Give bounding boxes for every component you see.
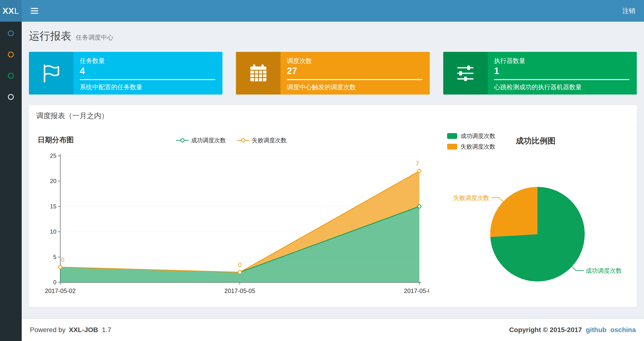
product-version: 1.7 (102, 326, 111, 333)
pie-legend-item[interactable]: 成功调度次数 (447, 132, 495, 140)
hamburger-icon (31, 8, 38, 9)
info-box-jobs: 任务数量 4 系统中配置的任务数量 (29, 52, 222, 95)
info-box-number: 4 (80, 66, 215, 76)
svg-text:0: 0 (53, 279, 56, 285)
info-box-number: 1 (494, 66, 630, 76)
copyright-text: Copyright © 2015-2017 (509, 326, 582, 334)
sidebar-item-4[interactable] (0, 86, 22, 108)
logo-text-bold: XX (2, 6, 14, 16)
info-box-description: 心跳检测成功的执行器机器数量 (494, 83, 630, 91)
sidebar-item-2[interactable] (0, 44, 22, 65)
svg-text:0: 0 (61, 256, 64, 263)
info-box-description: 系统中配置的任务数量 (80, 83, 215, 91)
info-box-executors: 执行器数量 1 心跳检测成功的执行器机器数量 (443, 52, 637, 95)
svg-text:25: 25 (50, 152, 56, 159)
logo-text-light: L (14, 6, 19, 16)
legend-swatch-icon (447, 133, 457, 139)
top-navbar: XXL 注销 (0, 0, 644, 22)
info-box-progress-bar (494, 79, 630, 80)
info-box-triggers: 调度次数 27 调度中心触发的调度次数 (236, 52, 430, 95)
sidebar-item-3[interactable] (0, 65, 22, 86)
legend-item-fail[interactable]: 失败调度次数 (237, 137, 286, 144)
svg-text:成功调度次数: 成功调度次数 (586, 267, 622, 274)
info-box-title: 任务数量 (80, 57, 215, 65)
info-box-content: 执行器数量 1 心跳检测成功的执行器机器数量 (488, 52, 637, 95)
sidebar-item-1[interactable] (0, 23, 22, 44)
area-chart-title: 日期分布图 (38, 135, 74, 145)
legend-label: 成功调度次数 (191, 137, 226, 144)
info-box-description: 调度中心触发的调度次数 (287, 83, 422, 91)
panel-body: 日期分布图 成功调度次数失败调度次数 05101520252017-05-022… (29, 127, 637, 307)
svg-text:0: 0 (238, 261, 242, 268)
flag-icon (42, 64, 61, 83)
sidebar (0, 22, 22, 341)
oschina-link[interactable]: oschina (610, 326, 636, 334)
powered-by-text: Powered by (30, 326, 66, 333)
legend-item-success[interactable]: 成功调度次数 (176, 137, 226, 144)
info-box-number: 27 (287, 66, 422, 76)
info-box-title: 执行器数量 (494, 57, 630, 65)
svg-text:2017-05-05: 2017-05-05 (224, 287, 255, 294)
page-header: 运行报表 任务调度中心 (22, 22, 644, 52)
page-title: 运行报表 (29, 30, 71, 42)
logout-button[interactable]: 注销 (614, 0, 644, 22)
circle-icon (8, 52, 14, 57)
svg-text:5: 5 (53, 254, 56, 260)
circle-icon (8, 94, 14, 100)
circle-icon (8, 30, 14, 36)
svg-text:2017-05-08: 2017-05-08 (404, 287, 429, 294)
svg-text:7: 7 (416, 160, 419, 167)
main-content: 运行报表 任务调度中心 任务数量 4 系统中配置的任务数量 (22, 22, 644, 318)
svg-text:20: 20 (50, 178, 56, 184)
footer-powered-by: Powered by XXL-JOB 1.7 (30, 326, 111, 334)
panel-title: 调度报表（一月之内） (29, 105, 637, 127)
page-subtitle: 任务调度中心 (76, 34, 113, 41)
info-box-row: 任务数量 4 系统中配置的任务数量 (22, 52, 644, 95)
legend-line-marker-icon (237, 138, 250, 143)
area-chart-legend: 成功调度次数失败调度次数 (130, 137, 332, 144)
app-logo[interactable]: XXL (0, 0, 22, 22)
info-box-content: 任务数量 4 系统中配置的任务数量 (74, 52, 222, 95)
legend-line-marker-icon (176, 138, 189, 143)
info-box-content: 调度次数 27 调度中心触发的调度次数 (280, 52, 430, 95)
date-distribution-chart: 05101520252017-05-022017-05-052017-05-08… (34, 149, 429, 308)
svg-text:失败调度次数: 失败调度次数 (453, 194, 489, 201)
success-ratio-pie-chart: 成功调度次数失败调度次数 (429, 141, 632, 300)
footer-copyright-area: Copyright © 2015-2017 github oschina (509, 326, 636, 334)
svg-text:2017-05-02: 2017-05-02 (45, 287, 76, 294)
svg-text:15: 15 (50, 203, 56, 210)
legend-label: 失败调度次数 (252, 137, 286, 144)
github-link[interactable]: github (586, 326, 607, 334)
info-box-icon-area (29, 52, 74, 95)
report-panel: 调度报表（一月之内） 日期分布图 成功调度次数失败调度次数 0510152025… (29, 105, 637, 307)
legend-label: 成功调度次数 (460, 132, 495, 140)
footer: Powered by XXL-JOB 1.7 Copyright © 2015-… (22, 318, 644, 341)
circle-icon (8, 73, 14, 79)
info-box-progress-bar (287, 79, 422, 80)
calendar-icon (248, 64, 268, 83)
sliders-icon (456, 64, 475, 83)
info-box-progress-bar (80, 79, 215, 80)
sidebar-toggle-button[interactable] (27, 0, 42, 22)
info-box-title: 调度次数 (287, 57, 422, 65)
info-box-icon-area (443, 52, 488, 95)
svg-text:10: 10 (50, 228, 56, 235)
product-name: XXL-JOB (69, 326, 98, 333)
info-box-icon-area (236, 52, 280, 95)
